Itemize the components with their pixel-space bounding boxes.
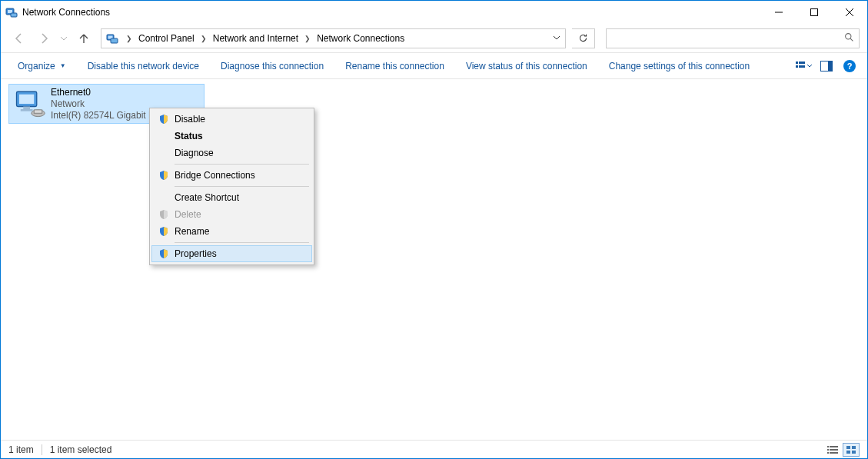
search-box[interactable] xyxy=(606,28,860,48)
svg-rect-24 xyxy=(827,446,829,447)
svg-rect-9 xyxy=(111,38,118,43)
svg-rect-23 xyxy=(34,110,42,113)
refresh-button[interactable] xyxy=(572,28,595,48)
ctx-properties-label: Properties xyxy=(175,248,304,259)
separator xyxy=(42,444,42,455)
separator xyxy=(175,186,309,187)
breadcrumb-item[interactable]: Network and Internet xyxy=(211,33,300,44)
window-controls xyxy=(761,1,867,24)
svg-rect-14 xyxy=(796,65,798,68)
chevron-right-icon[interactable]: ❯ xyxy=(121,35,137,42)
adapter-status: Network xyxy=(51,98,155,110)
separator xyxy=(175,164,309,165)
svg-rect-2 xyxy=(11,13,17,17)
status-item-count: 1 item xyxy=(8,444,34,455)
view-status-button[interactable]: View status of this connection xyxy=(455,53,598,78)
svg-rect-27 xyxy=(830,449,838,451)
shield-icon xyxy=(156,170,171,181)
svg-rect-15 xyxy=(799,65,805,68)
organize-label: Organize xyxy=(18,61,55,72)
chevron-right-icon[interactable]: ❯ xyxy=(196,35,211,42)
breadcrumb-dropdown-button[interactable] xyxy=(548,34,565,42)
svg-rect-19 xyxy=(19,95,34,104)
shield-icon xyxy=(156,248,171,259)
change-settings-button[interactable]: Change settings of this connection xyxy=(598,53,760,78)
ctx-shortcut-label: Create Shortcut xyxy=(175,192,304,203)
svg-rect-21 xyxy=(21,109,33,111)
search-icon[interactable] xyxy=(844,32,854,45)
details-view-button[interactable] xyxy=(824,443,841,457)
chevron-down-icon: ▼ xyxy=(60,62,66,69)
help-button[interactable]: ? xyxy=(838,53,861,78)
ctx-properties[interactable]: Properties xyxy=(151,245,312,262)
breadcrumb[interactable]: ❯ Control Panel ❯ Network and Internet ❯… xyxy=(101,28,566,48)
ctx-diagnose[interactable]: Diagnose xyxy=(151,145,312,161)
view-options-button[interactable] xyxy=(792,53,815,78)
ctx-rename-label: Rename xyxy=(175,226,304,237)
ctx-bridge[interactable]: Bridge Connections xyxy=(151,167,312,184)
svg-rect-30 xyxy=(846,446,850,449)
chevron-right-icon[interactable]: ❯ xyxy=(300,35,315,42)
svg-rect-20 xyxy=(23,107,30,110)
context-menu: Disable Status Diagnose Bridge Connectio… xyxy=(149,108,314,265)
svg-rect-26 xyxy=(827,449,829,451)
status-selected-count: 1 item selected xyxy=(50,444,112,455)
recent-locations-button[interactable] xyxy=(58,28,70,49)
ctx-status[interactable]: Status xyxy=(151,128,312,145)
svg-rect-1 xyxy=(8,10,12,13)
help-icon: ? xyxy=(843,60,856,72)
ctx-status-label: Status xyxy=(175,131,304,141)
breadcrumb-item[interactable]: Control Panel xyxy=(137,33,196,44)
address-bar: ❯ Control Panel ❯ Network and Internet ❯… xyxy=(1,24,867,53)
svg-rect-29 xyxy=(830,452,838,454)
svg-rect-13 xyxy=(799,62,805,64)
preview-pane-button[interactable] xyxy=(815,53,838,78)
svg-rect-28 xyxy=(827,452,829,454)
svg-rect-32 xyxy=(846,451,850,454)
ctx-disable-label: Disable xyxy=(175,114,304,125)
svg-rect-31 xyxy=(852,446,856,449)
diagnose-connection-button[interactable]: Diagnose this connection xyxy=(210,53,334,78)
svg-rect-33 xyxy=(852,451,856,454)
organize-button[interactable]: Organize ▼ xyxy=(7,53,77,78)
ctx-delete: Delete xyxy=(151,206,312,223)
ctx-diagnose-label: Diagnose xyxy=(175,148,304,158)
shield-icon xyxy=(156,209,171,220)
command-bar: Organize ▼ Disable this network device D… xyxy=(1,53,867,79)
close-button[interactable] xyxy=(832,1,867,24)
ctx-bridge-label: Bridge Connections xyxy=(175,170,304,181)
svg-rect-4 xyxy=(811,9,818,16)
separator xyxy=(175,242,309,243)
network-adapter-icon xyxy=(14,88,46,120)
svg-rect-25 xyxy=(830,446,838,447)
svg-rect-17 xyxy=(828,62,833,71)
adapter-name: Ethernet0 xyxy=(51,87,155,98)
disable-device-button[interactable]: Disable this network device xyxy=(77,53,210,78)
rename-connection-button[interactable]: Rename this connection xyxy=(334,53,455,78)
ctx-rename[interactable]: Rename xyxy=(151,223,312,240)
window-title: Network Connections xyxy=(22,7,110,18)
titlebar: Network Connections xyxy=(1,1,867,24)
ctx-create-shortcut[interactable]: Create Shortcut xyxy=(151,189,312,206)
content-area[interactable]: Ethernet0 Network Intel(R) 82574L Gigabi… xyxy=(1,79,867,440)
search-input[interactable] xyxy=(611,29,844,48)
shield-icon xyxy=(156,114,171,125)
ctx-disable[interactable]: Disable xyxy=(151,111,312,128)
minimize-button[interactable] xyxy=(761,1,796,24)
back-button[interactable] xyxy=(8,28,30,49)
adapter-text: Ethernet0 Network Intel(R) 82574L Gigabi… xyxy=(51,87,155,121)
breadcrumb-item[interactable]: Network Connections xyxy=(315,33,406,44)
large-icons-view-button[interactable] xyxy=(843,443,860,457)
up-button[interactable] xyxy=(73,28,95,49)
app-icon xyxy=(5,6,18,18)
maximize-button[interactable] xyxy=(796,1,832,24)
svg-rect-12 xyxy=(796,62,798,64)
shield-icon xyxy=(156,226,171,237)
forward-button[interactable] xyxy=(33,28,55,49)
adapter-device: Intel(R) 82574L Gigabit N xyxy=(51,110,155,121)
svg-line-11 xyxy=(850,38,853,41)
breadcrumb-icon xyxy=(106,32,118,45)
svg-point-10 xyxy=(846,33,851,38)
window: Network Connections xyxy=(0,0,868,459)
ctx-delete-label: Delete xyxy=(175,209,304,220)
